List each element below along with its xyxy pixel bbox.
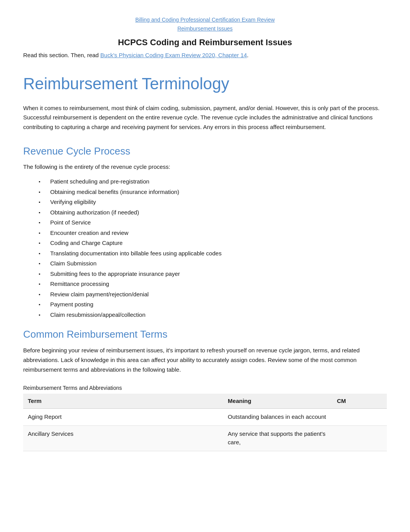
list-item: ▪Submitting fees to the appropriate insu…	[39, 270, 387, 279]
common-terms-section: Common Reimbursement Terms Before beginn…	[23, 327, 387, 451]
table-cell-term: Aging Report	[23, 409, 223, 426]
list-item: ▪Payment posting	[39, 300, 387, 309]
bullet-icon: ▪	[39, 199, 46, 206]
page-title: HCPCS Coding and Reimbursement Issues	[23, 36, 387, 49]
terms-table: Term Meaning CM Aging Report Outstanding…	[23, 394, 387, 451]
list-item: ▪Verifying eligibility	[39, 198, 387, 207]
bullet-icon: ▪	[39, 260, 46, 267]
table-header-cm: CM	[332, 394, 387, 409]
list-item: ▪Claim Submission	[39, 259, 387, 268]
list-item: ▪Coding and Charge Capture	[39, 239, 387, 248]
table-header-term: Term	[23, 394, 223, 409]
list-item: ▪Patient scheduling and pre-registration	[39, 177, 387, 186]
table-cell-meaning: Outstanding balances in each account	[223, 409, 332, 426]
table-cell-term: Ancillary Services	[23, 425, 223, 451]
bullet-icon: ▪	[39, 240, 46, 246]
bullet-icon: ▪	[39, 229, 46, 236]
intro-paragraph: When it comes to reimbursement, most thi…	[23, 104, 387, 132]
page-subtitle: Read this section. Then, read Buck's Phy…	[23, 51, 387, 60]
bullet-icon: ▪	[39, 209, 46, 216]
table-cell-cm	[332, 425, 387, 451]
page-subtitle-prefix: Read this section. Then, read	[23, 52, 100, 58]
list-item: ▪Remittance processing	[39, 280, 387, 289]
revenue-cycle-title: Revenue Cycle Process	[23, 144, 387, 159]
bullet-icon: ▪	[39, 189, 46, 195]
list-item: ▪Review claim payment/rejection/denial	[39, 290, 387, 299]
bullet-icon: ▪	[39, 219, 46, 226]
table-cell-meaning: Any service that supports the patient's …	[223, 425, 332, 451]
bullet-icon: ▪	[39, 250, 46, 257]
bullet-icon: ▪	[39, 311, 46, 318]
table-row: Ancillary Services Any service that supp…	[23, 425, 387, 451]
list-item: ▪Obtaining medical benefits (insurance i…	[39, 188, 387, 197]
breadcrumb-link-main[interactable]: Billing and Coding Professional Certific…	[135, 17, 274, 23]
breadcrumb: Billing and Coding Professional Certific…	[23, 15, 387, 33]
bullet-icon: ▪	[39, 270, 46, 277]
page-subtitle-suffix: .	[247, 52, 249, 58]
table-label: Reimbursement Terms and Abbreviations	[23, 384, 387, 392]
revenue-cycle-intro: The following is the entirety of the rev…	[23, 163, 387, 172]
list-item: ▪Encounter creation and review	[39, 229, 387, 238]
list-item: ▪Obtaining authorization (if needed)	[39, 208, 387, 217]
bullet-icon: ▪	[39, 301, 46, 308]
bullet-icon: ▪	[39, 280, 46, 287]
table-header-row: Term Meaning CM	[23, 394, 387, 409]
list-item: ▪Claim resubmission/appeal/collection	[39, 311, 387, 320]
list-item: ▪Translating documentation into billable…	[39, 249, 387, 258]
bullet-icon: ▪	[39, 178, 46, 185]
common-terms-title: Common Reimbursement Terms	[23, 327, 387, 342]
revenue-cycle-list: ▪Patient scheduling and pre-registration…	[23, 177, 387, 319]
table-row: Aging Report Outstanding balances in eac…	[23, 409, 387, 426]
page-subtitle-link[interactable]: Buck's Physician Coding Exam Review 2020…	[100, 52, 247, 58]
table-header-meaning: Meaning	[223, 394, 332, 409]
breadcrumb-link-current[interactable]: Reimbursement Issues	[177, 25, 232, 32]
list-item: ▪Point of Service	[39, 218, 387, 227]
bullet-icon: ▪	[39, 291, 46, 298]
main-section-title: Reimbursement Terminology	[23, 71, 387, 96]
common-terms-paragraph: Before beginning your review of reimburs…	[23, 346, 387, 374]
table-cell-cm	[332, 409, 387, 426]
